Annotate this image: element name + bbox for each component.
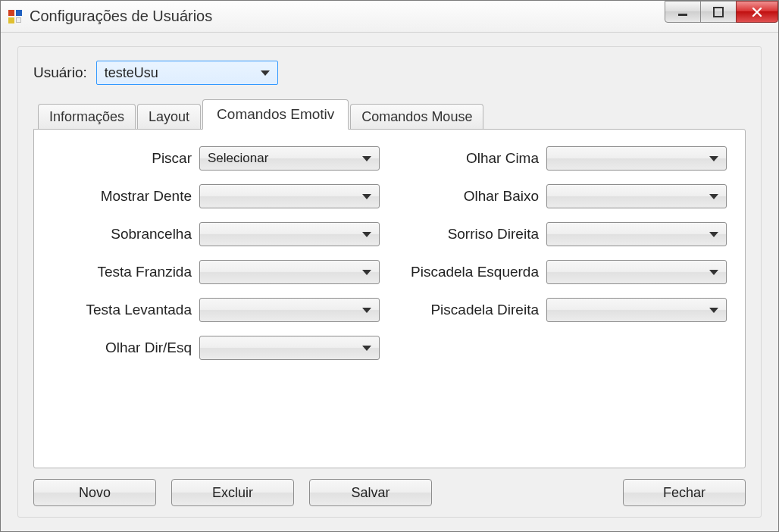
- field-label: Piscar: [152, 150, 192, 167]
- user-label: Usuário:: [33, 64, 87, 81]
- chevron-down-icon: [362, 156, 371, 161]
- novo-button[interactable]: Novo: [33, 479, 156, 506]
- window-title: Configurações de Usuários: [30, 8, 212, 25]
- dropdown-value: Selecionar: [208, 151, 268, 166]
- olhar-cima-dropdown[interactable]: [546, 146, 727, 171]
- testa-levantada-dropdown[interactable]: [199, 298, 380, 322]
- tab-label: Layout: [149, 109, 189, 125]
- field-sorriso-direita: Sorriso Direita: [401, 222, 727, 246]
- field-label: Piscadela Esquerda: [411, 264, 539, 280]
- testa-franzida-dropdown[interactable]: [199, 260, 380, 284]
- chevron-down-icon: [709, 156, 718, 161]
- olhar-baixo-dropdown[interactable]: [546, 184, 727, 208]
- field-mostrar-dente: Mostrar Dente: [54, 184, 380, 208]
- tab-label: Comandos Mouse: [361, 109, 472, 125]
- minimize-icon: [677, 6, 689, 18]
- field-label: Mostrar Dente: [101, 188, 192, 205]
- close-icon: [750, 5, 764, 19]
- salvar-button[interactable]: Salvar: [309, 479, 432, 506]
- svg-rect-0: [678, 14, 687, 16]
- field-olhar-cima: Olhar Cima: [401, 146, 727, 171]
- button-label: Salvar: [351, 485, 390, 501]
- chevron-down-icon: [362, 270, 371, 275]
- user-dropdown-value: testeUsu: [105, 65, 158, 81]
- main-panel: Usuário: testeUsu Informações Layout Com…: [17, 46, 762, 518]
- left-column: Piscar Selecionar Mostrar Dente: [54, 146, 380, 360]
- tab-label: Informações: [49, 109, 124, 125]
- window-controls: [665, 1, 778, 23]
- tab-layout[interactable]: Layout: [137, 104, 201, 130]
- mostrar-dente-dropdown[interactable]: [199, 184, 380, 208]
- client-area: Usuário: testeUsu Informações Layout Com…: [1, 33, 778, 531]
- maximize-icon: [712, 6, 724, 18]
- piscadela-esquerda-dropdown[interactable]: [546, 260, 727, 284]
- maximize-button[interactable]: [700, 1, 737, 23]
- button-row: Novo Excluir Salvar Fechar: [33, 479, 746, 506]
- user-dropdown[interactable]: testeUsu: [96, 61, 278, 85]
- chevron-down-icon: [709, 308, 718, 313]
- field-sobrancelha: Sobrancelha: [54, 222, 380, 246]
- right-column: Olhar Cima Olhar Baixo: [401, 146, 727, 360]
- field-label: Testa Franzida: [97, 264, 192, 280]
- field-piscadela-esquerda: Piscadela Esquerda: [401, 260, 727, 284]
- chevron-down-icon: [709, 194, 718, 199]
- svg-rect-1: [714, 8, 723, 17]
- field-piscar: Piscar Selecionar: [54, 146, 380, 171]
- tab-informacoes[interactable]: Informações: [38, 104, 136, 130]
- field-label: Olhar Cima: [466, 150, 539, 167]
- piscadela-direita-dropdown[interactable]: [546, 298, 727, 322]
- chevron-down-icon: [709, 232, 718, 237]
- piscar-dropdown[interactable]: Selecionar: [199, 146, 380, 171]
- app-icon: [8, 10, 22, 23]
- excluir-button[interactable]: Excluir: [171, 479, 294, 506]
- field-label: Olhar Dir/Esq: [105, 340, 192, 356]
- field-label: Sorriso Direita: [448, 226, 539, 243]
- field-label: Sobrancelha: [111, 226, 192, 243]
- minimize-button[interactable]: [665, 1, 701, 23]
- chevron-down-icon: [362, 308, 371, 313]
- titlebar: Configurações de Usuários: [1, 1, 778, 33]
- fields-grid: Piscar Selecionar Mostrar Dente: [54, 146, 725, 360]
- field-label: Piscadela Direita: [430, 302, 539, 318]
- spacer: [447, 479, 608, 506]
- chevron-down-icon: [261, 70, 270, 76]
- field-olhar-dir-esq: Olhar Dir/Esq: [54, 336, 380, 360]
- field-label: Testa Levantada: [86, 302, 192, 318]
- fechar-button[interactable]: Fechar: [623, 479, 746, 506]
- close-button[interactable]: [736, 1, 778, 23]
- button-label: Novo: [79, 485, 111, 501]
- chevron-down-icon: [709, 270, 718, 275]
- window: Configurações de Usuários Usuário: teste…: [0, 0, 779, 532]
- chevron-down-icon: [362, 194, 371, 199]
- field-testa-levantada: Testa Levantada: [54, 298, 380, 322]
- tabstrip: Informações Layout Comandos Emotiv Coman…: [33, 99, 746, 129]
- button-label: Fechar: [663, 485, 705, 501]
- tab-label: Comandos Emotiv: [217, 106, 334, 123]
- field-testa-franzida: Testa Franzida: [54, 260, 380, 284]
- user-row: Usuário: testeUsu: [33, 61, 746, 85]
- button-label: Excluir: [212, 485, 253, 501]
- tab-comandos-mouse[interactable]: Comandos Mouse: [350, 104, 483, 130]
- chevron-down-icon: [362, 346, 371, 351]
- olhar-dir-esq-dropdown[interactable]: [199, 336, 380, 360]
- field-label: Olhar Baixo: [464, 188, 539, 205]
- chevron-down-icon: [362, 232, 371, 237]
- tab-content: Piscar Selecionar Mostrar Dente: [33, 129, 746, 468]
- sobrancelha-dropdown[interactable]: [199, 222, 380, 246]
- sorriso-direita-dropdown[interactable]: [546, 222, 727, 246]
- field-olhar-baixo: Olhar Baixo: [401, 184, 727, 208]
- field-piscadela-direita: Piscadela Direita: [401, 298, 727, 322]
- tab-comandos-emotiv[interactable]: Comandos Emotiv: [202, 99, 349, 130]
